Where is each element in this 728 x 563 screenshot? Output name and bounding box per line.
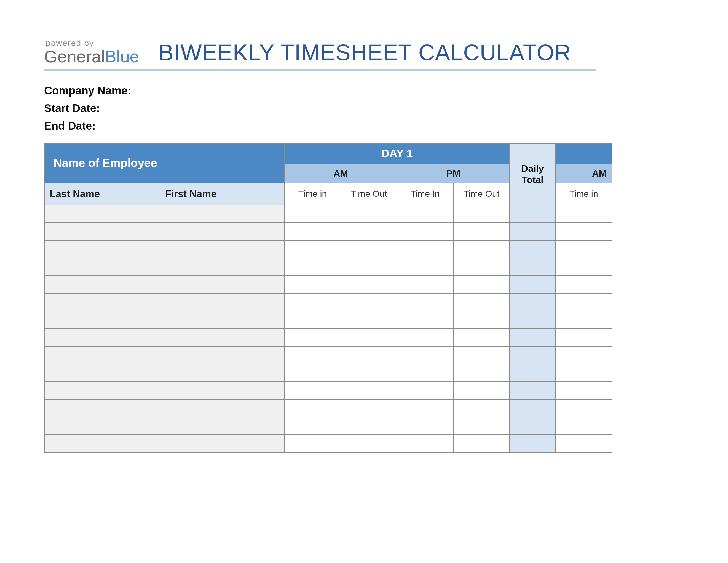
- time-out-pm-cell[interactable]: [453, 364, 510, 382]
- first-name-cell[interactable]: [160, 399, 284, 417]
- time-in-am-cell[interactable]: [284, 311, 341, 329]
- time-out-pm-cell[interactable]: [453, 311, 510, 329]
- time-in-pm-cell[interactable]: [397, 364, 453, 382]
- first-name-cell[interactable]: [160, 258, 284, 276]
- time-out-am-cell[interactable]: [341, 329, 397, 346]
- time-out-am-cell[interactable]: [341, 276, 397, 294]
- time-in-am-cell[interactable]: [284, 417, 341, 435]
- last-name-cell[interactable]: [44, 258, 160, 276]
- time-in-pm-cell[interactable]: [397, 258, 453, 276]
- first-name-cell[interactable]: [160, 364, 284, 382]
- daily-total-cell[interactable]: [510, 382, 556, 399]
- time-out-am-cell[interactable]: [341, 205, 397, 223]
- time-out-pm-cell[interactable]: [453, 417, 510, 435]
- last-name-cell[interactable]: [44, 364, 160, 382]
- last-name-cell[interactable]: [44, 276, 160, 294]
- time-out-pm-cell[interactable]: [453, 399, 510, 417]
- time-out-am-cell[interactable]: [341, 223, 397, 240]
- time-in-pm-cell[interactable]: [397, 417, 453, 435]
- first-name-cell[interactable]: [160, 329, 284, 346]
- time-out-am-cell[interactable]: [341, 294, 397, 311]
- time-out-pm-cell[interactable]: [453, 382, 510, 399]
- daily-total-cell[interactable]: [510, 329, 556, 346]
- time-in-am-cell[interactable]: [284, 294, 341, 311]
- time-out-pm-cell[interactable]: [453, 205, 510, 223]
- time-in-am-cell[interactable]: [284, 399, 341, 417]
- last-name-cell[interactable]: [44, 417, 160, 435]
- time-in-pm-cell[interactable]: [397, 399, 453, 417]
- time-out-am-cell[interactable]: [341, 346, 397, 364]
- last-name-cell[interactable]: [44, 205, 160, 223]
- time-in-pm-cell[interactable]: [397, 329, 453, 346]
- time-out-am-cell[interactable]: [341, 240, 397, 258]
- first-name-cell[interactable]: [160, 294, 284, 311]
- time-out-pm-cell[interactable]: [453, 258, 510, 276]
- daily-total-cell[interactable]: [510, 258, 556, 276]
- daily-total-cell[interactable]: [510, 240, 556, 258]
- time-in-pm-cell[interactable]: [397, 435, 453, 452]
- time-out-pm-cell[interactable]: [453, 240, 510, 258]
- time-in-am-cell[interactable]: [284, 346, 341, 364]
- first-name-cell[interactable]: [160, 240, 284, 258]
- time-in-day2-cell[interactable]: [556, 382, 612, 399]
- daily-total-cell[interactable]: [510, 276, 556, 294]
- time-in-pm-cell[interactable]: [397, 311, 453, 329]
- daily-total-cell[interactable]: [510, 399, 556, 417]
- time-in-day2-cell[interactable]: [556, 329, 612, 346]
- last-name-cell[interactable]: [44, 223, 160, 240]
- time-in-day2-cell[interactable]: [556, 311, 612, 329]
- time-in-day2-cell[interactable]: [556, 399, 612, 417]
- time-in-pm-cell[interactable]: [397, 382, 453, 399]
- time-out-pm-cell[interactable]: [453, 223, 510, 240]
- time-out-am-cell[interactable]: [341, 382, 397, 399]
- time-out-am-cell[interactable]: [341, 258, 397, 276]
- time-in-day2-cell[interactable]: [556, 417, 612, 435]
- last-name-cell[interactable]: [44, 329, 160, 346]
- daily-total-cell[interactable]: [510, 205, 556, 223]
- time-out-pm-cell[interactable]: [453, 294, 510, 311]
- first-name-cell[interactable]: [160, 223, 284, 240]
- time-out-pm-cell[interactable]: [453, 346, 510, 364]
- first-name-cell[interactable]: [160, 276, 284, 294]
- daily-total-cell[interactable]: [510, 223, 556, 240]
- last-name-cell[interactable]: [44, 399, 160, 417]
- last-name-cell[interactable]: [44, 346, 160, 364]
- time-in-am-cell[interactable]: [284, 205, 341, 223]
- time-in-day2-cell[interactable]: [556, 240, 612, 258]
- last-name-cell[interactable]: [44, 240, 160, 258]
- time-in-pm-cell[interactable]: [397, 205, 453, 223]
- last-name-cell[interactable]: [44, 294, 160, 311]
- first-name-cell[interactable]: [160, 417, 284, 435]
- daily-total-cell[interactable]: [510, 294, 556, 311]
- daily-total-cell[interactable]: [510, 364, 556, 382]
- time-in-day2-cell[interactable]: [556, 258, 612, 276]
- time-in-day2-cell[interactable]: [556, 223, 612, 240]
- time-in-am-cell[interactable]: [284, 382, 341, 399]
- first-name-cell[interactable]: [160, 382, 284, 399]
- time-in-am-cell[interactable]: [284, 240, 341, 258]
- time-out-am-cell[interactable]: [341, 399, 397, 417]
- time-in-day2-cell[interactable]: [556, 346, 612, 364]
- time-in-day2-cell[interactable]: [556, 294, 612, 311]
- time-in-pm-cell[interactable]: [397, 223, 453, 240]
- time-in-pm-cell[interactable]: [397, 240, 453, 258]
- first-name-cell[interactable]: [160, 435, 284, 452]
- time-out-pm-cell[interactable]: [453, 276, 510, 294]
- daily-total-cell[interactable]: [510, 346, 556, 364]
- time-in-day2-cell[interactable]: [556, 276, 612, 294]
- time-in-am-cell[interactable]: [284, 329, 341, 346]
- time-out-am-cell[interactable]: [341, 364, 397, 382]
- time-in-day2-cell[interactable]: [556, 205, 612, 223]
- first-name-cell[interactable]: [160, 346, 284, 364]
- time-out-pm-cell[interactable]: [453, 435, 510, 452]
- time-in-pm-cell[interactable]: [397, 346, 453, 364]
- time-out-am-cell[interactable]: [341, 417, 397, 435]
- time-in-am-cell[interactable]: [284, 364, 341, 382]
- time-in-am-cell[interactable]: [284, 435, 341, 452]
- time-out-pm-cell[interactable]: [453, 329, 510, 346]
- time-in-am-cell[interactable]: [284, 258, 341, 276]
- time-in-day2-cell[interactable]: [556, 435, 612, 452]
- time-out-am-cell[interactable]: [341, 435, 397, 452]
- first-name-cell[interactable]: [160, 311, 284, 329]
- last-name-cell[interactable]: [44, 382, 160, 399]
